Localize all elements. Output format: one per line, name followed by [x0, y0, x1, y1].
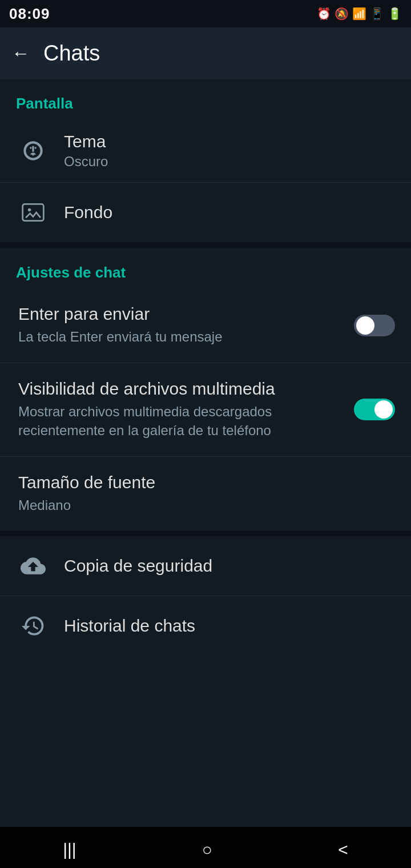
- tamano-fuente-item[interactable]: Tamaño de fuente Mediano: [0, 457, 411, 531]
- enter-enviar-title: Enter para enviar: [18, 304, 347, 324]
- fondo-item[interactable]: Fondo: [0, 183, 411, 242]
- section-ajustes-label: Ajustes de chat: [0, 248, 411, 288]
- copia-seguridad-text: Copia de seguridad: [64, 556, 395, 576]
- enter-enviar-toggle-knob: [356, 316, 374, 335]
- back-button[interactable]: ←: [11, 43, 30, 64]
- enter-enviar-row: Enter para enviar La tecla Enter enviará…: [18, 304, 395, 347]
- visibilidad-toggle-container: [354, 399, 395, 420]
- historial-text: Historial de chats: [64, 616, 395, 636]
- historial-title: Historial de chats: [64, 616, 395, 636]
- tema-item[interactable]: Tema Oscuro: [0, 119, 411, 182]
- bottom-nav: ||| ○ <: [0, 827, 411, 868]
- bottom-padding: [0, 656, 411, 827]
- visibilidad-toggle[interactable]: [354, 399, 395, 420]
- tamano-fuente-subtitle: Mediano: [18, 496, 395, 515]
- section-pantalla-label: Pantalla: [0, 79, 411, 119]
- svg-rect-0: [23, 204, 44, 220]
- visibilidad-title: Visibilidad de archivos multimedia: [18, 379, 338, 399]
- section-divider-1: [0, 242, 411, 248]
- signal-icon: 📱: [370, 7, 384, 21]
- enter-enviar-item[interactable]: Enter para enviar La tecla Enter enviará…: [0, 288, 411, 363]
- enter-enviar-text: Enter para enviar La tecla Enter enviará…: [18, 304, 347, 347]
- status-time: 08:09: [9, 5, 50, 23]
- back-nav-button[interactable]: <: [321, 834, 365, 865]
- copia-seguridad-title: Copia de seguridad: [64, 556, 395, 576]
- section-divider-2: [0, 531, 411, 536]
- copia-seguridad-item[interactable]: Copia de seguridad: [0, 536, 411, 596]
- enter-enviar-toggle[interactable]: [354, 315, 395, 336]
- status-bar: 08:09 ⏰ 🔕 📶 📱 🔋: [0, 0, 411, 27]
- battery-icon: 🔋: [388, 7, 402, 21]
- tema-title: Tema: [64, 132, 395, 151]
- theme-icon: [16, 134, 50, 168]
- enter-enviar-toggle-container: [354, 315, 395, 336]
- tema-subtitle: Oscuro: [64, 154, 395, 170]
- page-title: Chats: [43, 41, 100, 66]
- home-button[interactable]: ○: [185, 834, 229, 865]
- visibilidad-item[interactable]: Visibilidad de archivos multimedia Mostr…: [0, 363, 411, 456]
- fondo-title: Fondo: [64, 203, 395, 222]
- visibilidad-row: Visibilidad de archivos multimedia Mostr…: [18, 379, 395, 440]
- visibilidad-subtitle: Mostrar archivos multimedia descargados …: [18, 402, 338, 440]
- fondo-text: Fondo: [64, 203, 395, 222]
- status-icons: ⏰ 🔕 📶 📱 🔋: [317, 7, 402, 21]
- enter-enviar-subtitle: La tecla Enter enviará tu mensaje: [18, 327, 347, 347]
- alarm-icon: ⏰: [317, 7, 331, 21]
- recent-apps-button[interactable]: |||: [46, 834, 93, 865]
- backup-icon: [16, 549, 50, 583]
- history-icon: [16, 609, 50, 643]
- tema-text: Tema Oscuro: [64, 132, 395, 170]
- background-icon: [16, 195, 50, 230]
- visibilidad-toggle-knob: [374, 400, 393, 419]
- wifi-icon: 📶: [352, 7, 366, 21]
- historial-chats-item[interactable]: Historial de chats: [0, 596, 411, 656]
- settings-content: Pantalla Tema Oscuro Fondo Ajustes: [0, 79, 411, 827]
- top-bar: ← Chats: [0, 27, 411, 79]
- tamano-fuente-title: Tamaño de fuente: [18, 473, 395, 492]
- mute-icon: 🔕: [335, 7, 349, 21]
- visibilidad-text: Visibilidad de archivos multimedia Mostr…: [18, 379, 347, 440]
- svg-point-1: [28, 208, 31, 212]
